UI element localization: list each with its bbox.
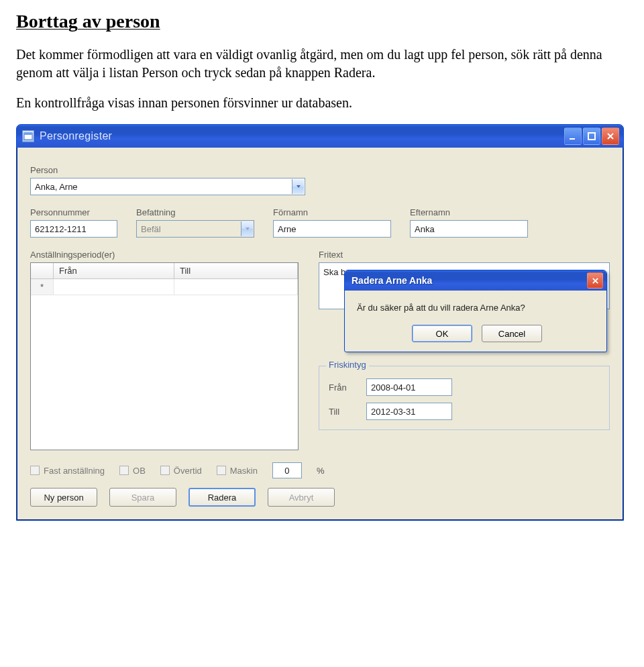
befattning-select: Befäl: [136, 220, 254, 238]
person-select[interactable]: Anka, Arne: [30, 178, 305, 195]
person-select-value: Anka, Arne: [35, 182, 78, 192]
ob-checkbox[interactable]: OB: [119, 466, 146, 476]
personregister-window: Personregister Person Anka, Arne: [16, 124, 624, 521]
grid-header-selector: [31, 263, 54, 279]
grid-cell[interactable]: [54, 279, 174, 295]
instruction-paragraph-2: En kontrollfråga visas innan personen fö…: [16, 94, 628, 112]
dialog-close-button[interactable]: [587, 272, 603, 289]
avbryt-button: Avbryt: [268, 488, 335, 507]
fritext-label: Fritext: [319, 250, 610, 260]
window-title: Personregister: [40, 130, 564, 142]
spara-button: Spara: [109, 488, 176, 507]
checkbox-icon: [30, 466, 40, 475]
fornamn-label: Förnamn: [273, 207, 391, 217]
friskintyg-group: Friskintyg Från 2008-04-01 Till 2012-03-…: [319, 366, 610, 430]
maskin-unit-label: %: [317, 466, 325, 476]
checkbox-icon: [119, 466, 129, 475]
ny-person-button[interactable]: Ny person: [30, 488, 97, 507]
befattning-label: Befattning: [136, 207, 254, 217]
friskintyg-till-label: Till: [329, 407, 356, 417]
friskintyg-fran-label: Från: [329, 382, 356, 393]
maskin-checkbox[interactable]: Maskin: [217, 466, 258, 476]
app-icon: [22, 130, 34, 142]
page-heading: Borttag av person: [16, 11, 628, 32]
overtid-checkbox[interactable]: Övertid: [160, 466, 202, 476]
grid-cell[interactable]: [174, 279, 298, 295]
maskin-value-input[interactable]: 0: [272, 462, 302, 478]
anstallning-grid[interactable]: Från Till *: [30, 262, 299, 450]
friskintyg-fran-input[interactable]: 2008-04-01: [366, 378, 452, 396]
window-titlebar: Personregister: [17, 125, 623, 148]
table-row[interactable]: *: [31, 279, 298, 295]
radera-button[interactable]: Radera: [189, 488, 256, 507]
window-close-button[interactable]: [602, 127, 619, 145]
window-minimize-button[interactable]: [564, 127, 582, 145]
checkbox-icon: [160, 466, 170, 475]
grid-header-till[interactable]: Till: [174, 263, 298, 279]
person-label: Person: [30, 165, 305, 175]
dialog-ok-button[interactable]: OK: [412, 325, 472, 342]
dialog-message: Är du säker på att du vill radera Arne A…: [357, 303, 597, 313]
fornamn-input[interactable]: Arne: [273, 220, 391, 238]
efternamn-input[interactable]: Anka: [410, 220, 528, 238]
fast-anstallning-checkbox[interactable]: Fast anställning: [30, 466, 105, 476]
svg-rect-3: [588, 133, 595, 140]
instruction-paragraph-1: Det kommer förmodligen att vara en väldi…: [16, 46, 628, 82]
grid-row-marker: *: [31, 279, 54, 295]
dialog-cancel-button[interactable]: Cancel: [482, 325, 542, 342]
svg-rect-1: [24, 133, 32, 135]
chevron-down-icon: [292, 179, 304, 194]
dialog-title: Radera Arne Anka: [352, 275, 587, 286]
personnummer-input[interactable]: 621212-1211: [30, 220, 117, 238]
confirm-delete-dialog: Radera Arne Anka Är du säker på att du v…: [344, 270, 607, 352]
svg-rect-2: [570, 138, 575, 140]
personnummer-label: Personnummer: [30, 207, 117, 217]
efternamn-label: Efternamn: [410, 207, 528, 217]
grid-header-fran[interactable]: Från: [54, 263, 174, 279]
window-maximize-button[interactable]: [583, 127, 600, 145]
anstallning-label: Anställningsperiod(er): [30, 250, 299, 260]
dialog-titlebar: Radera Arne Anka: [345, 270, 606, 291]
chevron-down-icon: [241, 221, 253, 236]
checkbox-icon: [217, 466, 226, 475]
friskintyg-legend: Friskintyg: [326, 360, 369, 370]
friskintyg-till-input[interactable]: 2012-03-31: [366, 403, 452, 420]
